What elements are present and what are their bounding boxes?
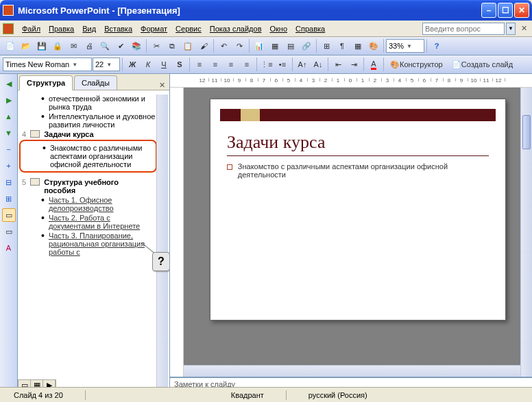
- menu-file[interactable]: Файл: [18, 23, 45, 34]
- new-icon[interactable]: 📄: [3, 38, 18, 53]
- menu-view[interactable]: Вид: [78, 23, 100, 34]
- slide-number: 5: [19, 178, 26, 186]
- slide-title-text[interactable]: Задачи курса: [227, 132, 325, 153]
- open-icon[interactable]: 📂: [19, 38, 34, 53]
- slide-thumb-icon[interactable]: [30, 130, 40, 138]
- help-search-dropdown[interactable]: ▼: [506, 23, 516, 35]
- align-left-icon[interactable]: ≡: [192, 57, 207, 72]
- close-button[interactable]: ✕: [514, 3, 529, 18]
- move-up-icon[interactable]: ▲: [2, 110, 16, 123]
- maximize-button[interactable]: ☐: [498, 3, 513, 18]
- collapse-all-icon[interactable]: ⊟: [2, 175, 16, 189]
- cut-icon[interactable]: ✂: [149, 38, 164, 53]
- demote-icon[interactable]: ▶: [2, 93, 16, 107]
- font-color-icon[interactable]: A: [366, 57, 381, 72]
- current-slide[interactable]: Задачи курса Знакомство с различными асп…: [210, 99, 506, 321]
- research-icon[interactable]: 📚: [129, 38, 144, 53]
- align-right-icon[interactable]: ≡: [223, 57, 239, 72]
- redo-icon[interactable]: ↷: [232, 38, 247, 53]
- menu-tools[interactable]: Сервис: [171, 23, 206, 34]
- help-search: ▼: [422, 23, 516, 35]
- outline-bullet[interactable]: Знакомство с различными аспектами органи…: [43, 144, 156, 168]
- zoom-combo[interactable]: 33%▼: [386, 39, 424, 53]
- expand-icon[interactable]: ⊞: [319, 38, 334, 53]
- menu-edit[interactable]: Правка: [45, 23, 78, 34]
- bold-icon[interactable]: Ж: [125, 57, 140, 72]
- new-slide-button[interactable]: 📄 Создать слайд: [448, 57, 517, 72]
- menu-insert[interactable]: Вставка: [100, 23, 136, 34]
- decrease-indent-icon[interactable]: ⇤: [330, 57, 346, 72]
- outline-bullet[interactable]: Часть 1. Офисное делопроизводство: [41, 196, 157, 212]
- paste-icon[interactable]: 📋: [180, 38, 195, 53]
- bullets-icon[interactable]: •≡: [275, 57, 290, 72]
- move-down-icon[interactable]: ▼: [2, 126, 16, 140]
- italic-icon[interactable]: К: [141, 57, 156, 72]
- format-painter-icon[interactable]: 🖌: [196, 38, 211, 53]
- outline-bullet[interactable]: отечественной экономики и рынка труда: [41, 95, 157, 111]
- outline-bullet[interactable]: Интеллектуальное и духовное развития лич…: [41, 112, 157, 129]
- vertical-ruler[interactable]: [170, 88, 184, 377]
- doc-icon[interactable]: [3, 23, 14, 34]
- spell-icon[interactable]: ✔: [113, 38, 128, 53]
- menu-window[interactable]: Окно: [266, 23, 292, 34]
- numbering-icon[interactable]: ⋮≡: [259, 57, 274, 72]
- increase-indent-icon[interactable]: ⇥: [346, 57, 361, 72]
- chart-icon[interactable]: 📊: [252, 38, 267, 53]
- font-combo[interactable]: Times New Roman▼: [3, 58, 92, 71]
- vertical-scrollbar[interactable]: [520, 88, 532, 377]
- scrollbar-thumb[interactable]: [158, 122, 167, 149]
- table-icon[interactable]: ▦: [267, 38, 282, 53]
- outline-content[interactable]: отечественной экономики и рынка труда Ин…: [18, 90, 169, 392]
- summary-slide-icon[interactable]: ▭: [2, 208, 16, 222]
- tab-slides[interactable]: Слайды: [74, 75, 117, 90]
- designer-button[interactable]: 🎨 Конструктор: [386, 57, 447, 72]
- shadow-icon[interactable]: S: [172, 57, 187, 72]
- save-icon[interactable]: 💾: [34, 38, 49, 53]
- permission-icon[interactable]: 🔒: [50, 38, 65, 53]
- horizontal-scrollbar[interactable]: [184, 365, 520, 377]
- decrease-font-icon[interactable]: A↓: [311, 57, 326, 72]
- font-size-combo[interactable]: 22▼: [93, 58, 120, 71]
- slide-title[interactable]: Задачи курса: [44, 130, 147, 138]
- show-formatting-icon[interactable]: ▭: [2, 225, 16, 238]
- tables-borders-icon[interactable]: ▤: [283, 38, 298, 53]
- slide-body-text[interactable]: Знакомство с различными аспектами органи…: [227, 162, 489, 179]
- promote-icon[interactable]: ◀: [2, 77, 16, 90]
- panel-close-icon[interactable]: ✕: [155, 81, 169, 90]
- doc-close-button[interactable]: ✕: [518, 23, 529, 34]
- outline-bullet[interactable]: Часть 2. Работа с документами в Интернет…: [41, 214, 157, 230]
- hyperlink-icon[interactable]: 🔗: [299, 38, 314, 53]
- grid-icon[interactable]: ▦: [350, 38, 365, 53]
- expand-all-icon[interactable]: ⊞: [2, 192, 16, 205]
- undo-icon[interactable]: ↶: [216, 38, 231, 53]
- slide-thumb-icon[interactable]: [30, 178, 40, 186]
- preview-icon[interactable]: 🔍: [97, 38, 112, 53]
- mail-icon[interactable]: ✉: [66, 38, 81, 53]
- menu-help[interactable]: Справка: [291, 23, 329, 34]
- color-icon[interactable]: 🎨: [366, 38, 381, 53]
- tab-outline[interactable]: Структура: [19, 75, 73, 90]
- align-justify-icon[interactable]: ≡: [239, 57, 254, 72]
- print-icon[interactable]: 🖨: [82, 38, 97, 53]
- help-icon[interactable]: ?: [429, 38, 444, 53]
- collapse-icon[interactable]: −: [2, 142, 16, 156]
- slide-canvas[interactable]: Задачи курса Знакомство с различными асп…: [184, 88, 532, 377]
- status-language[interactable]: русский (Россия): [300, 391, 376, 399]
- menu-format[interactable]: Формат: [136, 23, 171, 34]
- align-center-icon[interactable]: ≡: [208, 57, 223, 72]
- copy-icon[interactable]: ⧉: [165, 38, 180, 53]
- outline-slide-4[interactable]: 4 Задачи курса Знакомство с различными а…: [19, 130, 157, 173]
- show-formatting-icon[interactable]: ¶: [335, 38, 350, 53]
- outline-bullet[interactable]: Часть 3. Планирование, рациональная орга…: [41, 231, 157, 256]
- slide-title[interactable]: Структура учебного пособия: [44, 178, 147, 194]
- expand-icon[interactable]: +: [2, 159, 16, 173]
- help-search-input[interactable]: [422, 23, 505, 35]
- increase-font-icon[interactable]: A↑: [295, 57, 310, 72]
- minimize-button[interactable]: –: [481, 3, 496, 18]
- menu-slideshow[interactable]: Показ слайдов: [206, 23, 266, 34]
- underline-icon[interactable]: Ч: [156, 57, 171, 72]
- toolbar-options-icon[interactable]: A: [2, 241, 16, 255]
- horizontal-ruler[interactable]: 12|11|10|9|8|7|6|5|4|3|2|1|0|1|2|3|4|5|6…: [170, 74, 532, 88]
- scrollbar-thumb[interactable]: [522, 115, 531, 149]
- outline-slide-5[interactable]: 5 Структура учебного пособия Часть 1. Оф…: [19, 178, 157, 256]
